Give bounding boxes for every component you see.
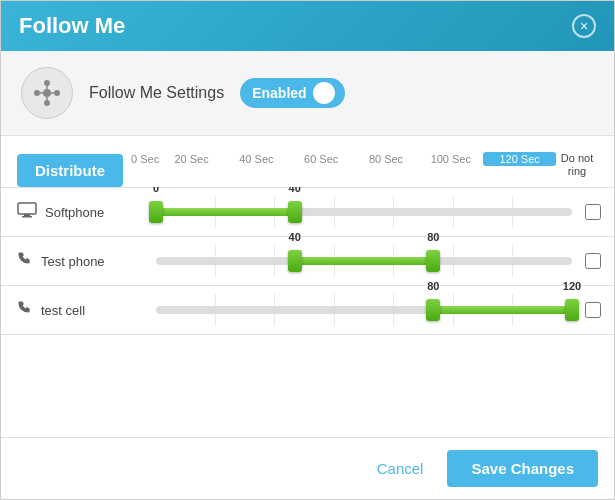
donot-ring-checkbox[interactable] [585, 302, 601, 318]
slider-start-value: 40 [289, 231, 301, 243]
svg-point-4 [54, 90, 60, 96]
footer: Cancel Save Changes [1, 437, 614, 499]
slider-container[interactable]: 4080 [156, 245, 572, 277]
donot-ring-checkbox[interactable] [585, 204, 601, 220]
svg-point-2 [44, 100, 50, 106]
svg-rect-10 [24, 214, 30, 216]
time-tick: 0 Sec [131, 153, 159, 165]
svg-point-0 [43, 89, 51, 97]
settings-row: Follow Me Settings Enabled [1, 51, 614, 136]
controls-row: Distribute 0 Sec20 Sec40 Sec60 Sec80 Sec… [1, 152, 614, 187]
slider-end-value: 120 [563, 280, 581, 292]
toggle-label: Enabled [252, 85, 306, 101]
monitor-icon [17, 202, 37, 222]
donot-ring-checkbox[interactable] [585, 253, 601, 269]
slider-fill [156, 208, 295, 216]
time-tick: 120 Sec [483, 152, 556, 166]
time-tick: 40 Sec [224, 153, 289, 165]
slider-left-handle[interactable] [426, 299, 440, 321]
device-row: test cell80120 [1, 285, 614, 335]
settings-label: Follow Me Settings [89, 84, 224, 102]
time-tick: 80 Sec [354, 153, 419, 165]
slider-right-handle[interactable] [426, 250, 440, 272]
save-changes-button[interactable]: Save Changes [447, 450, 598, 487]
svg-point-3 [34, 90, 40, 96]
slider-container[interactable]: 80120 [156, 294, 572, 326]
svg-rect-11 [22, 216, 32, 218]
slider-left-handle[interactable] [288, 250, 302, 272]
donot-ring-cell[interactable] [572, 204, 614, 220]
slider-container[interactable]: 040 [156, 196, 572, 228]
slider-fill [433, 306, 572, 314]
device-rows: Softphone040Test phone4080test cell80120 [1, 187, 614, 437]
dialog-title: Follow Me [19, 13, 125, 39]
main-content: Distribute 0 Sec20 Sec40 Sec60 Sec80 Sec… [1, 136, 614, 437]
device-row: Test phone4080 [1, 236, 614, 285]
slider-start-value: 80 [427, 280, 439, 292]
dialog: Follow Me × Follow Me Settings Enabled [0, 0, 615, 500]
timeline-area: 0 Sec20 Sec40 Sec60 Sec80 Sec100 Sec120 … [131, 152, 556, 170]
slider-start-value: 0 [153, 187, 159, 194]
device-row: Softphone040 [1, 187, 614, 236]
close-button[interactable]: × [572, 14, 596, 38]
distribute-button[interactable]: Distribute [17, 154, 123, 187]
slider-left-handle[interactable] [149, 201, 163, 223]
device-label: test cell [1, 300, 156, 320]
phone-icon [17, 251, 33, 271]
svg-rect-9 [18, 203, 36, 214]
donot-ring-cell[interactable] [572, 253, 614, 269]
svg-point-1 [44, 80, 50, 86]
device-label: Test phone [1, 251, 156, 271]
device-name: Test phone [41, 254, 105, 269]
slider-end-value: 80 [427, 231, 439, 243]
time-tick: 60 Sec [289, 153, 354, 165]
time-labels: 0 Sec20 Sec40 Sec60 Sec80 Sec100 Sec120 … [131, 152, 556, 166]
toggle-knob [313, 82, 335, 104]
time-tick: 100 Sec [418, 153, 483, 165]
slider-right-handle[interactable] [565, 299, 579, 321]
device-name: test cell [41, 303, 85, 318]
cancel-button[interactable]: Cancel [365, 452, 436, 485]
donot-ring-header: Do not ring [556, 152, 598, 178]
title-bar: Follow Me × [1, 1, 614, 51]
enabled-toggle[interactable]: Enabled [240, 78, 344, 108]
device-label: Softphone [1, 202, 156, 222]
hub-icon [33, 79, 61, 107]
slider-right-handle[interactable] [288, 201, 302, 223]
time-tick: 20 Sec [159, 153, 224, 165]
slider-end-value: 40 [289, 187, 301, 194]
settings-icon [21, 67, 73, 119]
device-name: Softphone [45, 205, 104, 220]
slider-fill [295, 257, 434, 265]
phone-icon [17, 300, 33, 320]
